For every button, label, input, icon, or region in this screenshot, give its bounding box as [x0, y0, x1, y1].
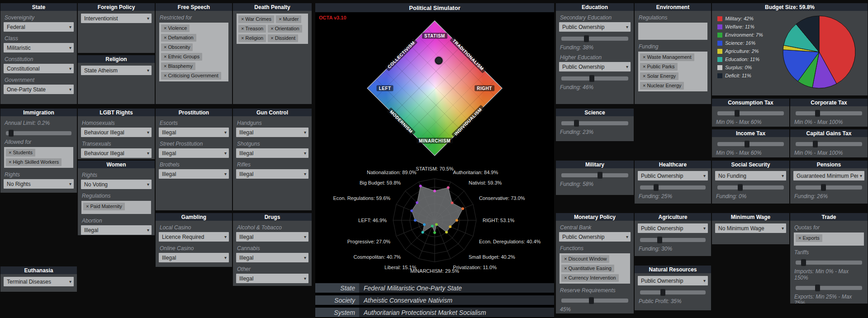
slider-thumb[interactable]: [738, 184, 743, 191]
alcohol-tobacco-select[interactable]: Illegal: [236, 232, 308, 242]
other-drugs-select[interactable]: Illegal: [236, 274, 308, 283]
death-penalty-chip[interactable]: × War Crimes: [238, 15, 274, 23]
environment-funding-chip[interactable]: × Public Parks: [640, 63, 678, 71]
government-select[interactable]: One-Party State: [4, 85, 74, 94]
chevron-down-icon: [304, 255, 306, 260]
slider-thumb[interactable]: [584, 35, 589, 42]
compass-position-marker[interactable]: [435, 57, 443, 64]
allowed-for-chip[interactable]: × Students: [6, 149, 35, 157]
euthanasia-select[interactable]: Terminal Diseases: [4, 277, 74, 286]
slider-thumb[interactable]: [801, 259, 806, 266]
function-chip[interactable]: × Currency Intervention: [561, 274, 619, 282]
immigration-rights-select[interactable]: No Rights: [4, 179, 74, 189]
slider-thumb[interactable]: [745, 141, 749, 147]
women-rights-select[interactable]: No Voting: [81, 180, 152, 189]
natural-resources-select[interactable]: Public Ownership: [638, 276, 708, 285]
slider-thumb[interactable]: [815, 110, 820, 117]
export-tariffs-slider[interactable]: [796, 286, 862, 290]
reserve-requirements-slider[interactable]: [561, 299, 628, 303]
death-penalty-chip[interactable]: × Religion: [238, 34, 266, 42]
restricted-chip[interactable]: × Obscenity: [161, 43, 193, 51]
environment-funding-chip[interactable]: × Waste Management: [640, 53, 694, 61]
slider-thumb[interactable]: [815, 285, 820, 291]
healthcare-select[interactable]: Public Ownership: [638, 171, 708, 180]
military-funding-slider[interactable]: [561, 173, 628, 177]
class-select[interactable]: Militaristic: [4, 43, 74, 52]
capital-gains-tax-slider[interactable]: [796, 142, 862, 146]
religion-select[interactable]: State Atheism: [81, 66, 152, 75]
consumption-tax-slider[interactable]: [717, 111, 784, 115]
foreign-policy-select[interactable]: Interventionist: [81, 14, 152, 23]
science-title: Science: [584, 109, 605, 116]
environment-funding-chip[interactable]: × Nuclear Energy: [640, 82, 684, 90]
environment-funding-chip[interactable]: × Solar Energy: [640, 72, 678, 80]
street-prostitution-select[interactable]: Illegal: [159, 148, 229, 158]
restricted-chip[interactable]: × Defamation: [161, 34, 196, 42]
central-bank-select[interactable]: Public Ownership: [559, 232, 631, 242]
pensions-funding-slider[interactable]: [796, 185, 862, 190]
cannabis-select[interactable]: Illegal: [236, 253, 308, 262]
sovereignity-select[interactable]: Federal: [4, 22, 74, 32]
women-regulation-chip[interactable]: × Paid Maternity: [83, 203, 125, 210]
escorts-select[interactable]: Illegal: [159, 128, 229, 137]
minimum-wage-select[interactable]: No Minimum Wage: [715, 223, 786, 233]
transexuals-select[interactable]: Behaviour Illegal: [81, 148, 152, 158]
agriculture-select[interactable]: Public Ownership: [638, 223, 708, 233]
restricted-chip[interactable]: × Ethnic Groups: [161, 53, 202, 61]
legend-item: Agriculture: 2%: [717, 47, 763, 55]
online-casino-value: Illegal: [162, 255, 223, 261]
higher-education-funding-slider[interactable]: [561, 76, 628, 81]
secondary-education-select[interactable]: Public Ownership: [559, 22, 631, 32]
slider-thumb[interactable]: [735, 110, 740, 117]
social-security-funding-slider[interactable]: [717, 185, 784, 190]
slider-thumb[interactable]: [598, 172, 602, 179]
slider-thumb[interactable]: [9, 130, 14, 137]
slider-thumb[interactable]: [654, 184, 659, 191]
secondary-education-funding-slider[interactable]: [561, 37, 628, 41]
function-chip[interactable]: × Discount Window: [561, 255, 609, 263]
local-casino-select[interactable]: Licence Required: [159, 232, 229, 242]
slider-thumb[interactable]: [821, 184, 826, 191]
women-regulations-chips: × Paid Maternity: [81, 201, 151, 214]
death-penalty-chip[interactable]: × Dissident: [268, 34, 298, 42]
slider-thumb[interactable]: [660, 289, 665, 296]
restricted-chip[interactable]: × Violence: [161, 24, 190, 32]
healthcare-funding-slider[interactable]: [640, 185, 706, 190]
section-foreign-policy: Foreign Policy Interventionist: [78, 3, 155, 53]
chevron-down-icon: [69, 181, 71, 186]
social-security-select[interactable]: No Funding: [715, 171, 786, 180]
abortion-select[interactable]: Illegal: [81, 225, 152, 235]
slider-thumb[interactable]: [574, 120, 579, 127]
agriculture-funding-label: Funding: 30%: [639, 246, 707, 252]
brothels-select[interactable]: Illegal: [159, 169, 229, 179]
slider-thumb[interactable]: [589, 75, 594, 82]
restricted-chip[interactable]: × Blasphemy: [161, 62, 195, 70]
higher-education-select[interactable]: Public Ownership: [559, 62, 631, 71]
annual-limit-slider[interactable]: [6, 131, 71, 135]
science-funding-slider[interactable]: [561, 121, 628, 125]
rifles-select[interactable]: Illegal: [236, 169, 308, 179]
slider-thumb[interactable]: [813, 141, 818, 147]
chevron-down-icon: [782, 173, 784, 178]
slider-thumb[interactable]: [657, 237, 662, 243]
constitution-select[interactable]: Constitutional: [4, 64, 74, 73]
homosexuals-select[interactable]: Behaviour Illegal: [81, 128, 152, 137]
radar-axis-label: Econ. Deregulations: 40.4%: [479, 239, 541, 244]
shotguns-select[interactable]: Illegal: [236, 148, 308, 158]
agriculture-funding-slider[interactable]: [640, 238, 706, 242]
death-penalty-chip[interactable]: × Treason: [238, 25, 266, 33]
import-tariffs-slider[interactable]: [796, 261, 862, 265]
quota-chip[interactable]: × Exports: [796, 234, 822, 242]
slider-thumb[interactable]: [589, 297, 594, 304]
online-casino-select[interactable]: Illegal: [159, 253, 229, 262]
death-penalty-chip[interactable]: × Murder: [276, 15, 301, 23]
death-penalty-chip[interactable]: × Orientation: [268, 25, 302, 33]
corporate-tax-slider[interactable]: [796, 111, 862, 115]
handguns-select[interactable]: Illegal: [236, 128, 308, 137]
restricted-chip[interactable]: × Criticising Government: [161, 72, 221, 80]
allowed-for-chip[interactable]: × High Skilled Workers: [6, 158, 62, 166]
function-chip[interactable]: × Quantitative Easing: [561, 265, 614, 272]
income-tax-slider[interactable]: [717, 142, 784, 146]
pensions-select[interactable]: Guaranteed Minimum Pensions: [793, 171, 864, 180]
natural-resources-profit-slider[interactable]: [640, 290, 706, 294]
